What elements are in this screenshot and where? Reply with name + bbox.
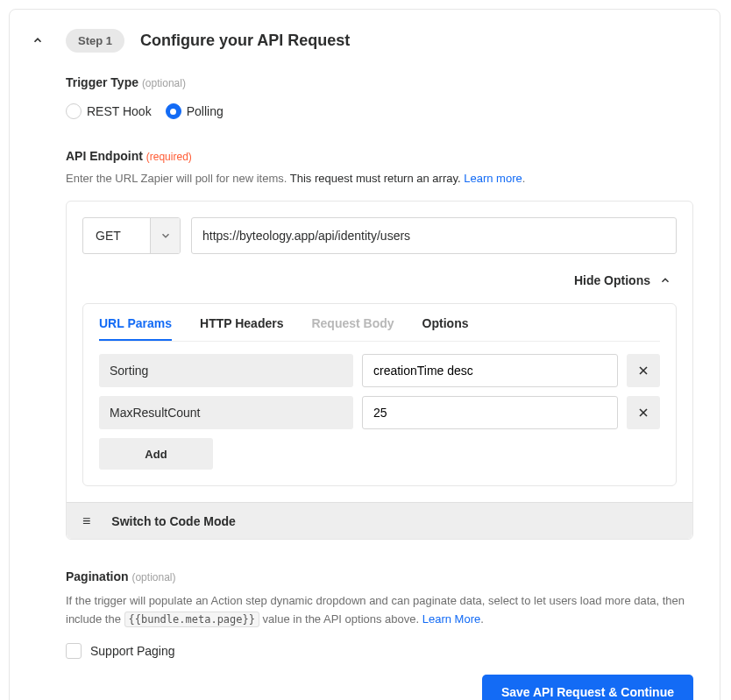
chevron-down-icon [160,230,172,242]
learn-more-link[interactable]: Learn more [464,172,522,185]
pagination-helper: If the trigger will populate an Action s… [66,592,693,629]
method-select[interactable]: GET [82,217,181,254]
param-key[interactable]: Sorting [99,354,353,387]
url-params-grid: Sorting MaxResultCount Add [99,354,660,470]
api-endpoint-label: API Endpoint (required) [66,149,693,163]
pagination-label: Pagination (optional) [66,569,693,583]
support-paging-checkbox[interactable] [66,643,82,659]
add-param-button[interactable]: Add [99,438,213,470]
code-icon: ≡ [82,513,90,529]
tab-url-params[interactable]: URL Params [99,316,172,341]
tab-http-headers[interactable]: HTTP Headers [200,316,283,341]
param-value-input[interactable] [362,354,618,387]
api-endpoint-helper: Enter the URL Zapier will poll for new i… [66,172,693,185]
save-continue-button[interactable]: Save API Request & Continue [482,675,693,700]
page-title: Configure your API Request [140,32,350,50]
url-row: GET [82,217,677,254]
chevron-up-icon [32,34,44,46]
optional-tag: (optional) [131,571,175,583]
tabs-box: URL Params HTTP Headers Request Body Opt… [82,303,677,486]
code-mode-label: Switch to Code Mode [111,514,236,528]
close-icon [636,406,650,420]
radio-label: Polling [187,104,224,118]
code-mode-button[interactable]: ≡ Switch to Code Mode [67,502,692,539]
close-icon [636,364,650,378]
url-input[interactable] [191,217,677,254]
code-chip: {{bundle.meta.page}} [124,612,260,627]
delete-param-button[interactable] [627,354,660,387]
radio-label: REST Hook [87,104,152,118]
collapse-button[interactable] [29,32,46,49]
delete-param-button[interactable] [627,396,660,429]
param-key[interactable]: MaxResultCount [99,396,353,429]
tab-request-body[interactable]: Request Body [311,316,394,341]
radio-circle-icon [66,103,82,119]
chevron-up-icon [659,274,671,286]
step-pill: Step 1 [66,29,124,53]
request-box: GET Hide Options URL Params HTTP Headers… [66,201,693,540]
param-row: MaxResultCount [99,396,660,429]
radio-polling[interactable]: Polling [166,103,224,119]
trigger-type-label: Trigger Type (optional) [66,75,693,89]
optional-tag: (optional) [142,77,186,89]
support-paging-row: Support Paging [66,643,693,659]
tabs-row: URL Params HTTP Headers Request Body Opt… [99,316,660,342]
tab-options[interactable]: Options [422,316,469,341]
step-card: Step 1 Configure your API Request Trigge… [9,9,720,700]
method-label: GET [83,218,150,253]
learn-more-link[interactable]: Learn More [422,612,480,626]
support-paging-label: Support Paging [90,644,175,658]
radio-rest-hook[interactable]: REST Hook [66,103,152,119]
trigger-type-radios: REST Hook Polling [66,103,693,119]
method-dropdown-button[interactable] [150,218,180,253]
param-value-input[interactable] [362,396,618,429]
step-header: Step 1 Configure your API Request [66,29,693,53]
required-tag: (required) [146,151,192,163]
param-row: Sorting [99,354,660,387]
hide-options-toggle[interactable]: Hide Options [82,273,671,287]
radio-circle-icon [166,103,181,119]
